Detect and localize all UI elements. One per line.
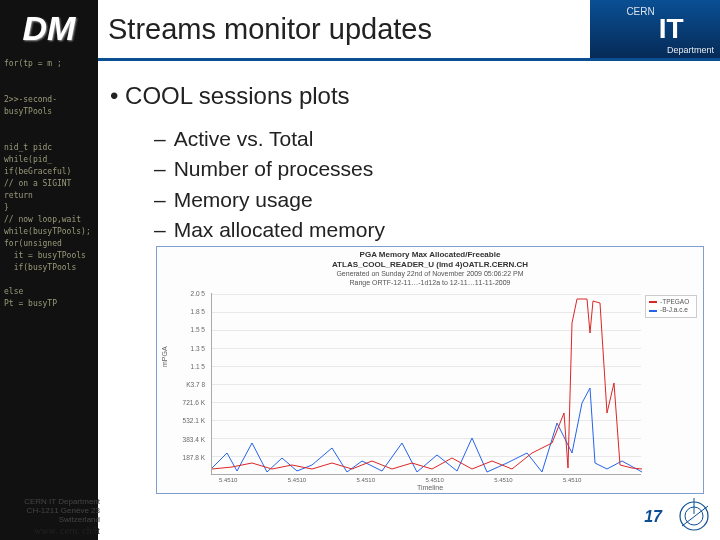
left-sidebar: DM for(tp = m ; 2>>-second- busyTPools n… — [0, 0, 98, 540]
xtick: 5.4510 — [357, 477, 375, 483]
chart-yticks: 2.0 5 1.8 5 1.5 5 1.3 5 1.1 5 K3.7 8 721… — [177, 293, 207, 475]
ytick: 187.8 K — [183, 453, 205, 460]
legend-row-0: -TPEGAO — [649, 298, 693, 306]
page-number: 17 — [644, 508, 662, 526]
chart-container: PGA Memory Max Allocated/Freeable ATLAS_… — [156, 246, 704, 494]
svg-line-2 — [682, 506, 708, 526]
ytick: 383.4 K — [183, 435, 205, 442]
chart-title-1: PGA Memory Max Allocated/Freeable — [157, 250, 703, 260]
cern-it-logo: CERN IT Department — [590, 0, 720, 58]
legend-label-1: -B-J.a.c.e — [660, 306, 688, 314]
ytick: 1.3 5 — [191, 344, 205, 351]
chart-title-2: ATLAS_COOL_READER_U (lmd 4)OATLR.CERN.CH — [157, 260, 703, 270]
footer-line2: CH-1211 Genève 23 — [4, 506, 100, 515]
sub-bullet-0-text: Active vs. Total — [174, 127, 314, 150]
it-text: IT — [659, 13, 684, 45]
header-divider — [98, 58, 720, 61]
chart-titles: PGA Memory Max Allocated/Freeable ATLAS_… — [157, 247, 703, 288]
xtick: 5.4510 — [288, 477, 306, 483]
cern-ring-icon — [674, 496, 714, 536]
ytick: 1.5 5 — [191, 326, 205, 333]
chart-legend: -TPEGAO -B-J.a.c.e — [645, 295, 697, 318]
chart-range: Range ORTF-12-11…-1d12a to 12-11…11-11-2… — [157, 279, 703, 288]
header: Streams monitor updates CERN IT Departme… — [98, 0, 720, 58]
plot-area — [211, 293, 641, 475]
xtick: 5.4510 — [563, 477, 581, 483]
chart-ylabel: mPGA — [161, 346, 168, 367]
xtick: 5.4510 — [425, 477, 443, 483]
content-area: COOL sessions plots –Active vs. Total –N… — [110, 82, 710, 246]
cern-text: CERN — [626, 6, 654, 17]
legend-swatch-red — [649, 301, 657, 303]
bullet-main: COOL sessions plots — [110, 82, 710, 110]
sub-bullet-1-text: Number of processes — [174, 157, 374, 180]
ytick: 1.1 5 — [191, 362, 205, 369]
series-red — [212, 293, 642, 475]
sub-bullet-2-text: Memory usage — [174, 188, 313, 211]
footer-url: www. cern. ch/it — [4, 525, 100, 537]
ytick: 2.0 5 — [191, 290, 205, 297]
footer-address: CERN IT Department CH-1211 Genève 23 Swi… — [4, 497, 100, 536]
xtick: 5.4510 — [219, 477, 237, 483]
slide-title: Streams monitor updates — [98, 13, 432, 46]
legend-label-0: -TPEGAO — [660, 298, 689, 306]
ytick: 1.8 5 — [191, 308, 205, 315]
footer-line3: Switzerland — [4, 515, 100, 524]
chart-subtitle: Generated on Sunday 22nd of November 200… — [157, 270, 703, 279]
ytick: K3.7 8 — [186, 381, 205, 388]
department-text: Department — [667, 45, 714, 55]
legend-swatch-blue — [649, 310, 657, 312]
chart-xlabel: Timeline — [157, 484, 703, 491]
dm-logo: DM — [2, 6, 96, 50]
sub-bullet-2: –Memory usage — [154, 185, 710, 215]
xtick: 5.4510 — [494, 477, 512, 483]
ytick: 532.1 K — [183, 417, 205, 424]
sub-bullet-0: –Active vs. Total — [154, 124, 710, 154]
sub-bullet-3-text: Max allocated memory — [174, 218, 385, 241]
sub-bullet-1: –Number of processes — [154, 154, 710, 184]
footer-line1: CERN IT Department — [4, 497, 100, 506]
decorative-code: for(tp = m ; 2>>-second- busyTPools nid_… — [4, 58, 94, 310]
legend-row-1: -B-J.a.c.e — [649, 306, 693, 314]
sub-bullet-3: –Max allocated memory — [154, 215, 710, 245]
ytick: 721.6 K — [183, 399, 205, 406]
